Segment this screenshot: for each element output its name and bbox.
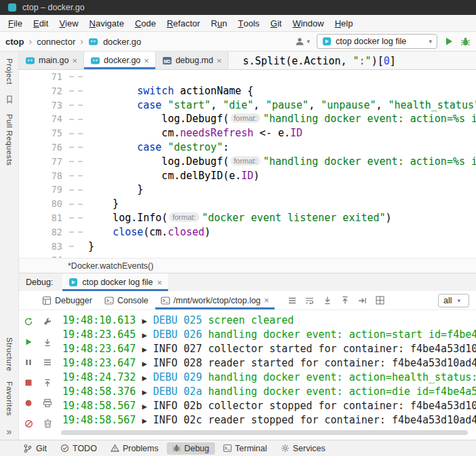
settings-wrench-button[interactable]	[39, 314, 56, 329]
status-debug[interactable]: Debug	[167, 442, 215, 455]
pause-button[interactable]	[20, 355, 37, 370]
tool-stripe-structure[interactable]: Structure	[5, 337, 14, 371]
scroll-to-end-button[interactable]	[319, 293, 336, 308]
breakpoints-icon	[24, 399, 33, 407]
scroll-to-top-button[interactable]	[337, 293, 353, 308]
view-tab-debugger[interactable]: Debugger	[37, 291, 98, 309]
menu-file[interactable]: File	[3, 15, 28, 31]
menu-code[interactable]: Code	[130, 15, 161, 31]
log-timestamp: 19:48:10.613	[62, 314, 136, 326]
debug-session-tab[interactable]: ctop docker log file	[62, 273, 168, 291]
scroll-up-button[interactable]	[39, 375, 56, 390]
code-text	[88, 253, 476, 258]
line-number[interactable]: 75	[19, 126, 68, 140]
line-number[interactable]: 82	[19, 225, 68, 240]
tool-stripe-favorites[interactable]: Favorites	[5, 381, 14, 416]
log-message: handling docker event: action=die id=f4b…	[208, 385, 476, 398]
log-seq: 025	[184, 314, 202, 326]
log-file-tab-label: /mnt/work/ctop/ctop.log	[174, 296, 261, 305]
code-token: <- e.	[254, 127, 290, 139]
status-problems[interactable]: Problems	[105, 442, 164, 455]
close-tab-icon[interactable]	[264, 296, 269, 305]
breadcrumb: ctopconnectordocker.go	[5, 36, 141, 47]
user-menu[interactable]	[294, 36, 310, 47]
fold-guide-dash	[78, 76, 83, 77]
close-tab-icon[interactable]	[217, 56, 222, 65]
run-config-icon	[322, 37, 332, 46]
status-services[interactable]: Services	[275, 442, 331, 455]
status-todo[interactable]: TODO	[55, 442, 102, 455]
soft-wrap-button[interactable]	[302, 293, 318, 308]
editor[interactable]: 7172 switch actionName {73 case "start",…	[19, 70, 476, 258]
breadcrumb-item-ctop[interactable]: ctop	[5, 37, 24, 47]
console-output[interactable]: 19:48:10.613 ▶ DEBU 025 screen cleared19…	[57, 310, 476, 438]
menu-refactor[interactable]: Refactor	[161, 15, 205, 31]
status-git[interactable]: Git	[18, 442, 52, 455]
line-number[interactable]: 71	[19, 70, 68, 84]
log-file-tab[interactable]: /mnt/work/ctop/ctop.log	[155, 291, 275, 309]
tab-main-go[interactable]: main.go	[19, 52, 84, 69]
filter-select[interactable]: all	[438, 294, 469, 307]
code-token: }	[88, 183, 143, 195]
view-tab-console[interactable]: Console	[99, 291, 154, 309]
tab-debug-md[interactable]: MDdebug.md	[156, 52, 229, 69]
tool-stripe-project[interactable]: Project	[5, 58, 14, 85]
breadcrumb-item-docker-go[interactable]: docker.go	[103, 37, 141, 47]
menu-git[interactable]: Git	[265, 15, 287, 31]
menu-window[interactable]: Window	[287, 15, 329, 31]
line-number[interactable]: 80	[19, 197, 68, 211]
options-menu-button[interactable]	[284, 293, 300, 308]
fold-guide-dash	[78, 175, 83, 176]
menu-run[interactable]: Run	[205, 15, 233, 31]
run-button[interactable]	[444, 37, 454, 46]
run-config-select[interactable]: ctop docker log file	[317, 34, 437, 49]
line-number[interactable]: 74	[19, 112, 68, 126]
line-number[interactable]: 76	[19, 140, 68, 155]
horizontal-scrollbar[interactable]	[61, 430, 468, 435]
tool-stripe-pull-requests[interactable]: Pull Requests	[5, 114, 14, 166]
current-method-breadcrumb[interactable]: *Docker.watchEvents()	[68, 261, 153, 271]
scroll-down-button[interactable]	[39, 335, 56, 349]
stop-button[interactable]	[20, 375, 37, 390]
menu-navigate[interactable]: Navigate	[84, 15, 130, 31]
log-message: collector started for container: f4be4a5…	[208, 343, 476, 355]
settings-wrench-icon	[43, 317, 52, 326]
breakpoints-button[interactable]	[20, 396, 37, 411]
editor-line: 78 cm.delByID(e.ID)	[19, 169, 476, 183]
status-terminal[interactable]: Terminal	[218, 442, 273, 455]
code-token: log.Debugf(	[88, 155, 229, 168]
close-tab-icon[interactable]	[72, 56, 77, 65]
menu-edit[interactable]: Edit	[28, 15, 54, 31]
breadcrumb-item-connector[interactable]: connector	[37, 37, 75, 47]
fold-guides	[68, 169, 88, 183]
line-number[interactable]: 81	[19, 211, 68, 225]
line-number[interactable]: 84	[19, 253, 68, 258]
mute-breakpoints-button[interactable]	[20, 416, 37, 431]
jump-to-end-button[interactable]	[355, 293, 371, 308]
line-number[interactable]: 83	[19, 240, 68, 254]
debug-button[interactable]	[460, 37, 471, 47]
layout-grid-button[interactable]	[372, 293, 389, 308]
fold-guide-dash	[78, 119, 83, 120]
line-number[interactable]: 73	[19, 98, 68, 113]
line-number[interactable]: 78	[19, 169, 68, 183]
fold-guide-dash	[69, 147, 74, 148]
tab-docker-go[interactable]: docker.go	[84, 52, 156, 69]
print-button[interactable]	[39, 396, 56, 411]
line-number[interactable]: 79	[19, 183, 68, 197]
menu-help[interactable]: Help	[330, 15, 359, 31]
line-number[interactable]: 77	[19, 155, 68, 169]
code-token: "die"	[223, 99, 254, 111]
resume-button[interactable]	[20, 335, 37, 349]
close-tab-icon[interactable]	[144, 56, 149, 65]
fold-guide-dash	[69, 175, 74, 176]
view-options-button[interactable]	[39, 355, 56, 370]
menu-tools[interactable]: Tools	[233, 15, 265, 31]
more-tool-windows-icon[interactable]	[7, 426, 12, 437]
rerun-button[interactable]	[20, 314, 37, 329]
close-icon[interactable]	[157, 278, 163, 287]
menu-view[interactable]: View	[54, 15, 83, 31]
trash-button[interactable]	[39, 416, 56, 431]
md-file-icon: MD	[162, 56, 172, 66]
line-number[interactable]: 72	[19, 84, 68, 98]
